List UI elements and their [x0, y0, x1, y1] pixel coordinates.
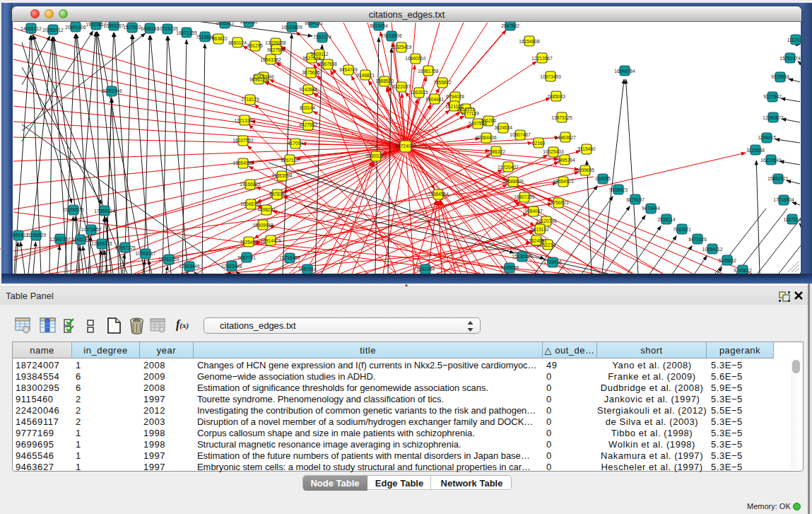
svg-text:8054121: 8054121: [305, 22, 323, 25]
svg-text:9904481: 9904481: [425, 97, 444, 102]
svg-text:10025433: 10025433: [543, 149, 564, 154]
svg-text:16033809: 16033809: [281, 25, 302, 30]
svg-text:20364436: 20364436: [476, 135, 497, 140]
svg-text:20053346: 20053346: [101, 88, 122, 93]
svg-text:12505135: 12505135: [91, 241, 112, 246]
svg-text:1244415: 1244415: [758, 135, 776, 140]
svg-text:10719135: 10719135: [157, 26, 178, 31]
svg-text:9115460: 9115460: [577, 146, 596, 151]
svg-text:14055712: 14055712: [20, 26, 42, 31]
svg-text:17957225: 17957225: [114, 245, 136, 250]
svg-text:13495794: 13495794: [554, 158, 575, 163]
svg-text:7357224: 7357224: [313, 35, 331, 40]
svg-text:3624534: 3624534: [494, 125, 512, 130]
svg-text:15909948: 15909948: [252, 223, 273, 228]
svg-text:4498222: 4498222: [257, 207, 276, 212]
svg-text:13975125: 13975125: [551, 115, 572, 120]
svg-text:16782759: 16782759: [158, 257, 180, 262]
svg-text:16914479: 16914479: [260, 238, 281, 243]
svg-text:417004: 417004: [288, 141, 303, 146]
svg-text:11353594: 11353594: [272, 173, 293, 178]
svg-text:16210643: 16210643: [760, 158, 782, 163]
svg-text:8660124: 8660124: [228, 40, 247, 45]
svg-text:1162615: 1162615: [410, 90, 428, 95]
svg-text:1527602: 1527602: [123, 25, 141, 30]
svg-text:10120746: 10120746: [536, 218, 557, 223]
svg-text:16543382: 16543382: [260, 57, 281, 62]
svg-text:13950612: 13950612: [13, 233, 29, 238]
svg-text:10973493: 10973493: [540, 74, 561, 79]
svg-text:19218506: 19218506: [381, 33, 402, 38]
svg-text:15720407: 15720407: [498, 165, 519, 170]
svg-text:9527508: 9527508: [302, 56, 321, 61]
svg-text:13226058: 13226058: [265, 40, 286, 45]
svg-text:12342757: 12342757: [49, 237, 71, 242]
svg-text:15716485: 15716485: [279, 255, 300, 260]
svg-text:10653267: 10653267: [103, 23, 124, 28]
svg-text:5469112: 5469112: [310, 52, 329, 57]
svg-text:9474444: 9474444: [642, 206, 660, 211]
svg-text:8471626: 8471626: [688, 237, 707, 242]
svg-text:19654923: 19654923: [553, 179, 574, 184]
svg-text:8427552: 8427552: [299, 122, 317, 127]
svg-text:6466160: 6466160: [141, 26, 159, 31]
svg-text:17016504: 17016504: [773, 197, 794, 202]
svg-text:11156829: 11156829: [26, 233, 47, 238]
svg-text:6879197: 6879197: [626, 197, 645, 202]
svg-text:7663822: 7663822: [209, 36, 228, 41]
svg-text:19654985: 19654985: [233, 160, 254, 165]
svg-text:9329966: 9329966: [771, 74, 789, 79]
svg-text:9227342: 9227342: [763, 94, 782, 99]
svg-text:20691406: 20691406: [65, 25, 86, 30]
svg-text:20055712: 20055712: [42, 28, 64, 33]
svg-text:16961758: 16961758: [418, 69, 439, 74]
svg-text:10654112: 10654112: [702, 247, 723, 252]
svg-text:25300273: 25300273: [365, 153, 387, 158]
svg-text:19384554: 19384554: [428, 192, 449, 197]
svg-text:2087682: 2087682: [501, 23, 519, 28]
svg-text:7625402: 7625402: [240, 240, 258, 245]
svg-text:12923448: 12923448: [221, 264, 242, 269]
svg-text:15136141: 15136141: [512, 254, 533, 259]
svg-text:18807299: 18807299: [514, 194, 535, 199]
svg-text:1733426: 1733426: [543, 259, 562, 264]
svg-text:252214: 252214: [540, 243, 555, 247]
svg-text:12923446: 12923446: [179, 264, 200, 269]
svg-text:9245699: 9245699: [500, 265, 519, 270]
svg-text:8454749: 8454749: [339, 67, 358, 72]
svg-text:16046798: 16046798: [240, 201, 261, 206]
svg-text:1588520: 1588520: [375, 78, 394, 83]
svg-text:16671355: 16671355: [176, 30, 197, 35]
svg-text:11325419: 11325419: [392, 45, 412, 49]
svg-text:1145194: 1145194: [71, 237, 90, 242]
svg-text:9657791: 9657791: [237, 255, 256, 260]
svg-text:2718176: 2718176: [241, 97, 259, 102]
svg-text:1905312: 1905312: [216, 22, 234, 25]
svg-text:8322037: 8322037: [392, 84, 411, 89]
svg-text:9777169: 9777169: [461, 111, 479, 116]
svg-text:10975857: 10975857: [81, 227, 102, 232]
svg-text:12213967: 12213967: [531, 56, 553, 61]
svg-text:3215958: 3215958: [746, 148, 765, 153]
svg-text:887834: 887834: [269, 192, 285, 197]
svg-text:803144: 803144: [300, 105, 315, 110]
svg-text:9245652: 9245652: [718, 258, 736, 263]
svg-text:16640910: 16640910: [405, 56, 426, 61]
svg-text:16648784: 16648784: [614, 69, 635, 74]
svg-text:5938923: 5938923: [609, 187, 628, 192]
svg-text:8267110: 8267110: [281, 158, 299, 163]
svg-text:19166822: 19166822: [240, 182, 261, 187]
svg-text:10958117: 10958117: [136, 251, 156, 256]
svg-text:12093872: 12093872: [763, 115, 784, 120]
svg-text:15692921: 15692921: [767, 176, 789, 181]
svg-text:1167534: 1167534: [783, 217, 801, 222]
svg-text:19756923: 19756923: [548, 200, 569, 205]
svg-text:9896128: 9896128: [249, 77, 268, 82]
svg-text:164095: 164095: [595, 176, 611, 181]
svg-text:1112131: 1112131: [787, 37, 801, 42]
svg-text:14463627: 14463627: [555, 135, 576, 140]
svg-text:8813054: 8813054: [370, 23, 388, 28]
svg-text:62160: 62160: [532, 141, 546, 146]
svg-text:10688609: 10688609: [502, 179, 524, 184]
svg-text:2535114: 2535114: [657, 217, 676, 222]
